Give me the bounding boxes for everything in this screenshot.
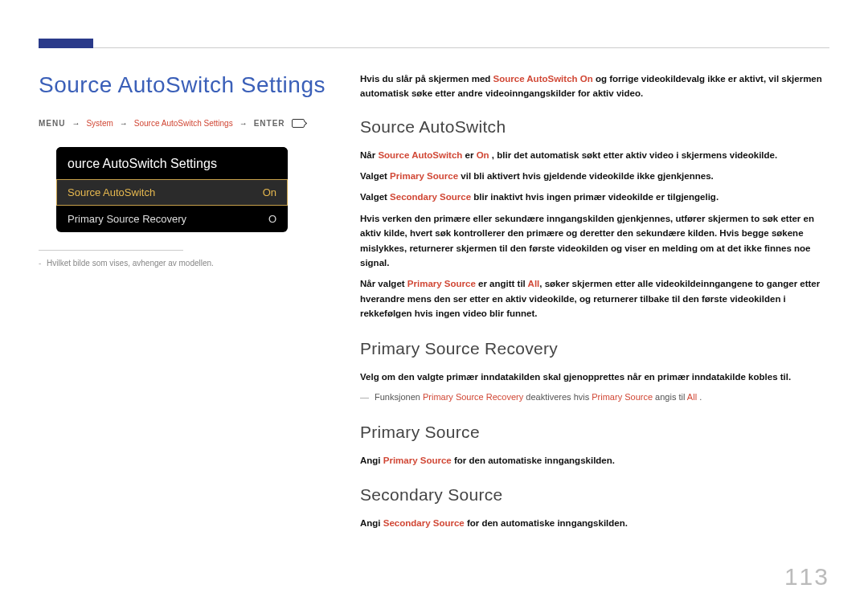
section-title-psr: Primary Source Recovery [360,339,829,358]
section-title-ss: Secondary Source [360,485,829,505]
text: deaktiveres hvis [523,392,592,402]
top-bar [39,39,829,48]
breadcrumb: MENU → System → Source AutoSwitch Settin… [39,119,328,128]
text-ref: Primary Source Recovery [423,392,523,402]
arrow-icon: → [120,119,128,128]
osd-row-label: Source AutoSwitch [68,186,155,198]
header-brand-block [39,39,93,48]
text-ref: Primary Source [390,171,458,181]
section-title-ps: Primary Source [360,423,829,442]
osd-row-value: O [268,213,276,225]
intro-paragraph: Hvis du slår på skjermen med Source Auto… [360,72,829,101]
text-ref: Source AutoSwitch [378,150,462,160]
text: Angi [360,518,383,528]
text: angis til [653,392,687,402]
paragraph: Når valget Primary Source er angitt til … [360,276,829,321]
text: , blir det automatisk søkt etter aktiv v… [489,150,778,160]
section-title-sas: Source AutoSwitch [360,117,829,137]
osd-title: ource AutoSwitch Settings [56,147,288,179]
text-ref: Primary Source [383,456,452,465]
text-ref: All [687,392,697,402]
text: er angitt til [476,279,528,288]
osd-row-source-autoswitch[interactable]: Source AutoSwitch On [56,179,288,206]
text-ref: Primary Source [407,279,476,288]
text: for den automatiske inngangskilden. [452,456,615,465]
paragraph: Angi Secondary Source for den automatisk… [360,516,829,530]
text: Når valget [360,279,407,288]
text: blir inaktivt hvis ingen primær videokil… [471,192,719,202]
text-ref: All [528,279,540,288]
osd-row-value: On [263,186,276,198]
osd-row-primary-source-recovery[interactable]: Primary Source Recovery O [56,206,288,232]
enter-icon [292,119,305,128]
paragraph: Hvis verken den primære eller sekundære … [360,211,829,271]
paragraph: Velg om den valgte primær inndatakilden … [360,370,829,384]
text: for den automatiske inngangskilden. [465,518,628,528]
osd-row-label: Primary Source Recovery [68,213,186,225]
text: Når [360,150,378,160]
text: vil bli aktivert hvis gjeldende videokil… [458,171,714,181]
page-title: Source AutoSwitch Settings [39,72,328,98]
paragraph: Valget Primary Source vil bli aktivert h… [360,169,829,183]
text: Valget [360,171,390,181]
divider [39,250,183,251]
text: . [697,392,702,402]
paragraph: Valget Secondary Source blir inaktivt hv… [360,190,829,204]
osd-panel: ource AutoSwitch Settings Source AutoSwi… [56,147,288,232]
text: Funksjonen [375,392,423,402]
arrow-icon: → [72,119,80,128]
page-number: 113 [784,563,829,591]
text-ref: Secondary Source [390,192,471,202]
text-ref: Secondary Source [383,518,465,528]
text: Hvis du slår på skjermen med [360,74,493,84]
breadcrumb-step-settings: Source AutoSwitch Settings [134,119,233,128]
bullet-note: Funksjonen Primary Source Recovery deakt… [360,390,829,405]
paragraph: Angi Primary Source for den automatiske … [360,453,829,468]
text-ref: Primary Source [592,392,653,402]
text-ref: Source AutoSwitch On [493,74,593,84]
breadcrumb-step-system: System [86,119,113,128]
arrow-icon: → [240,119,248,128]
model-note: Hvilket bilde som vises, avhenger av mod… [39,259,328,268]
breadcrumb-enter: ENTER [254,119,285,128]
text: Angi [360,456,383,465]
text-ref: On [477,150,489,160]
text: Valget [360,192,390,202]
breadcrumb-menu: MENU [39,119,65,128]
text: er [462,150,476,160]
paragraph: Når Source AutoSwitch er On , blir det a… [360,148,829,162]
